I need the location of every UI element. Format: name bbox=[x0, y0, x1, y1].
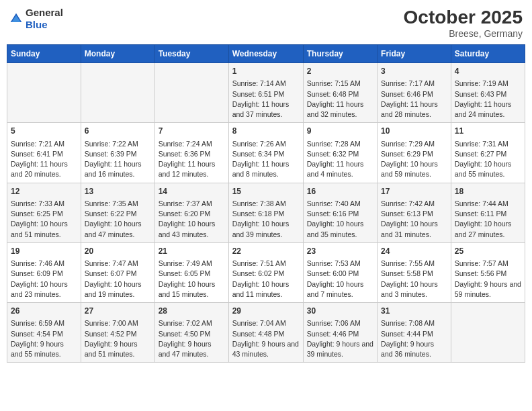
calendar-day-cell: 9Sunrise: 7:28 AM Sunset: 6:32 PM Daylig… bbox=[303, 123, 377, 183]
day-number: 26 bbox=[11, 306, 77, 317]
day-info: Sunrise: 7:57 AM Sunset: 5:56 PM Dayligh… bbox=[455, 259, 521, 300]
day-of-week-header: Friday bbox=[378, 45, 451, 63]
day-number: 9 bbox=[307, 126, 373, 137]
day-info: Sunrise: 7:00 AM Sunset: 4:52 PM Dayligh… bbox=[85, 318, 151, 359]
day-info: Sunrise: 7:42 AM Sunset: 6:13 PM Dayligh… bbox=[381, 199, 447, 240]
calendar-day-cell bbox=[451, 303, 525, 363]
calendar-body: 1Sunrise: 7:14 AM Sunset: 6:51 PM Daylig… bbox=[7, 63, 525, 363]
day-number: 6 bbox=[85, 126, 151, 137]
day-info: Sunrise: 7:37 AM Sunset: 6:20 PM Dayligh… bbox=[159, 199, 225, 240]
calendar-day-cell: 24Sunrise: 7:55 AM Sunset: 5:58 PM Dayli… bbox=[378, 242, 451, 302]
day-info: Sunrise: 7:26 AM Sunset: 6:34 PM Dayligh… bbox=[232, 139, 300, 180]
calendar-day-cell: 6Sunrise: 7:22 AM Sunset: 6:39 PM Daylig… bbox=[81, 123, 154, 183]
day-number: 16 bbox=[307, 186, 373, 197]
day-info: Sunrise: 7:49 AM Sunset: 6:05 PM Dayligh… bbox=[159, 259, 225, 300]
calendar-day-cell: 29Sunrise: 7:04 AM Sunset: 4:48 PM Dayli… bbox=[228, 303, 303, 363]
logo-blue-text: Blue bbox=[26, 19, 48, 30]
day-info: Sunrise: 7:28 AM Sunset: 6:32 PM Dayligh… bbox=[307, 139, 373, 180]
day-of-week-header: Monday bbox=[81, 45, 154, 63]
day-info: Sunrise: 7:02 AM Sunset: 4:50 PM Dayligh… bbox=[159, 318, 225, 359]
day-info: Sunrise: 7:53 AM Sunset: 6:00 PM Dayligh… bbox=[307, 259, 373, 300]
day-info: Sunrise: 7:19 AM Sunset: 6:43 PM Dayligh… bbox=[455, 79, 521, 120]
day-info: Sunrise: 7:38 AM Sunset: 6:18 PM Dayligh… bbox=[232, 199, 300, 240]
day-number: 15 bbox=[232, 186, 300, 197]
day-info: Sunrise: 7:24 AM Sunset: 6:36 PM Dayligh… bbox=[159, 139, 225, 180]
calendar-day-cell: 8Sunrise: 7:26 AM Sunset: 6:34 PM Daylig… bbox=[228, 123, 303, 183]
calendar-day-cell: 4Sunrise: 7:19 AM Sunset: 6:43 PM Daylig… bbox=[451, 63, 525, 123]
day-number: 21 bbox=[159, 246, 225, 257]
calendar-day-cell: 5Sunrise: 7:21 AM Sunset: 6:41 PM Daylig… bbox=[7, 123, 81, 183]
calendar-day-cell: 3Sunrise: 7:17 AM Sunset: 6:46 PM Daylig… bbox=[378, 63, 451, 123]
day-number: 19 bbox=[11, 246, 77, 257]
calendar-day-cell bbox=[154, 63, 228, 123]
calendar-day-cell: 11Sunrise: 7:31 AM Sunset: 6:27 PM Dayli… bbox=[451, 123, 525, 183]
day-number: 4 bbox=[455, 66, 521, 77]
calendar-day-cell: 15Sunrise: 7:38 AM Sunset: 6:18 PM Dayli… bbox=[228, 183, 303, 242]
day-of-week-header: Wednesday bbox=[228, 45, 303, 63]
day-number: 5 bbox=[11, 126, 77, 137]
page-header: General Blue October 2025 Breese, German… bbox=[7, 7, 525, 39]
day-info: Sunrise: 7:51 AM Sunset: 6:02 PM Dayligh… bbox=[232, 259, 300, 300]
day-number: 13 bbox=[85, 186, 151, 197]
day-number: 20 bbox=[85, 246, 151, 257]
calendar-week-row: 1Sunrise: 7:14 AM Sunset: 6:51 PM Daylig… bbox=[7, 63, 525, 123]
calendar-day-cell: 28Sunrise: 7:02 AM Sunset: 4:50 PM Dayli… bbox=[154, 303, 228, 363]
day-number: 10 bbox=[381, 126, 447, 137]
day-of-week-header: Saturday bbox=[451, 45, 525, 63]
calendar-day-cell: 23Sunrise: 7:53 AM Sunset: 6:00 PM Dayli… bbox=[303, 242, 377, 302]
logo-general-text: General bbox=[26, 7, 63, 18]
day-info: Sunrise: 7:15 AM Sunset: 6:48 PM Dayligh… bbox=[307, 79, 373, 120]
title-area: October 2025 Breese, Germany bbox=[404, 7, 523, 39]
logo-icon bbox=[9, 12, 23, 26]
calendar-week-row: 5Sunrise: 7:21 AM Sunset: 6:41 PM Daylig… bbox=[7, 123, 525, 183]
calendar-day-cell: 12Sunrise: 7:33 AM Sunset: 6:25 PM Dayli… bbox=[7, 183, 81, 242]
calendar-day-cell: 1Sunrise: 7:14 AM Sunset: 6:51 PM Daylig… bbox=[228, 63, 303, 123]
calendar-header-row: SundayMondayTuesdayWednesdayThursdayFrid… bbox=[7, 45, 525, 63]
calendar-week-row: 19Sunrise: 7:46 AM Sunset: 6:09 PM Dayli… bbox=[7, 242, 525, 302]
day-number: 3 bbox=[381, 66, 447, 77]
calendar-day-cell: 25Sunrise: 7:57 AM Sunset: 5:56 PM Dayli… bbox=[451, 242, 525, 302]
day-number: 22 bbox=[232, 246, 300, 257]
calendar-day-cell bbox=[81, 63, 154, 123]
day-info: Sunrise: 7:40 AM Sunset: 6:16 PM Dayligh… bbox=[307, 199, 373, 240]
calendar-day-cell: 13Sunrise: 7:35 AM Sunset: 6:22 PM Dayli… bbox=[81, 183, 154, 242]
month-title: October 2025 bbox=[404, 7, 523, 28]
day-number: 18 bbox=[455, 186, 521, 197]
day-info: Sunrise: 6:59 AM Sunset: 4:54 PM Dayligh… bbox=[11, 318, 77, 359]
day-number: 7 bbox=[159, 126, 225, 137]
day-number: 27 bbox=[85, 306, 151, 317]
day-info: Sunrise: 7:46 AM Sunset: 6:09 PM Dayligh… bbox=[11, 259, 77, 300]
day-number: 24 bbox=[381, 246, 447, 257]
day-info: Sunrise: 7:08 AM Sunset: 4:44 PM Dayligh… bbox=[381, 318, 447, 359]
day-number: 25 bbox=[455, 246, 521, 257]
day-info: Sunrise: 7:22 AM Sunset: 6:39 PM Dayligh… bbox=[85, 139, 151, 180]
day-info: Sunrise: 7:55 AM Sunset: 5:58 PM Dayligh… bbox=[381, 259, 447, 300]
day-info: Sunrise: 7:44 AM Sunset: 6:11 PM Dayligh… bbox=[455, 199, 521, 240]
day-number: 23 bbox=[307, 246, 373, 257]
day-info: Sunrise: 7:33 AM Sunset: 6:25 PM Dayligh… bbox=[11, 199, 77, 240]
calendar-week-row: 12Sunrise: 7:33 AM Sunset: 6:25 PM Dayli… bbox=[7, 183, 525, 242]
day-info: Sunrise: 7:35 AM Sunset: 6:22 PM Dayligh… bbox=[85, 199, 151, 240]
calendar-day-cell: 14Sunrise: 7:37 AM Sunset: 6:20 PM Dayli… bbox=[154, 183, 228, 242]
calendar-day-cell: 22Sunrise: 7:51 AM Sunset: 6:02 PM Dayli… bbox=[228, 242, 303, 302]
calendar-day-cell bbox=[7, 63, 81, 123]
day-info: Sunrise: 7:47 AM Sunset: 6:07 PM Dayligh… bbox=[85, 259, 151, 300]
day-info: Sunrise: 7:31 AM Sunset: 6:27 PM Dayligh… bbox=[455, 139, 521, 180]
day-number: 30 bbox=[307, 306, 373, 317]
calendar-day-cell: 16Sunrise: 7:40 AM Sunset: 6:16 PM Dayli… bbox=[303, 183, 377, 242]
location-title: Breese, Germany bbox=[404, 28, 523, 39]
day-number: 12 bbox=[11, 186, 77, 197]
calendar-day-cell: 2Sunrise: 7:15 AM Sunset: 6:48 PM Daylig… bbox=[303, 63, 377, 123]
calendar-day-cell: 20Sunrise: 7:47 AM Sunset: 6:07 PM Dayli… bbox=[81, 242, 154, 302]
day-info: Sunrise: 7:21 AM Sunset: 6:41 PM Dayligh… bbox=[11, 139, 77, 180]
day-number: 31 bbox=[381, 306, 447, 317]
calendar-day-cell: 17Sunrise: 7:42 AM Sunset: 6:13 PM Dayli… bbox=[378, 183, 451, 242]
day-number: 17 bbox=[381, 186, 447, 197]
calendar-day-cell: 18Sunrise: 7:44 AM Sunset: 6:11 PM Dayli… bbox=[451, 183, 525, 242]
day-of-week-header: Sunday bbox=[7, 45, 81, 63]
day-of-week-header: Thursday bbox=[303, 45, 377, 63]
day-info: Sunrise: 7:04 AM Sunset: 4:48 PM Dayligh… bbox=[232, 318, 300, 359]
calendar-week-row: 26Sunrise: 6:59 AM Sunset: 4:54 PM Dayli… bbox=[7, 303, 525, 363]
calendar-day-cell: 30Sunrise: 7:06 AM Sunset: 4:46 PM Dayli… bbox=[303, 303, 377, 363]
day-info: Sunrise: 7:06 AM Sunset: 4:46 PM Dayligh… bbox=[307, 318, 373, 359]
